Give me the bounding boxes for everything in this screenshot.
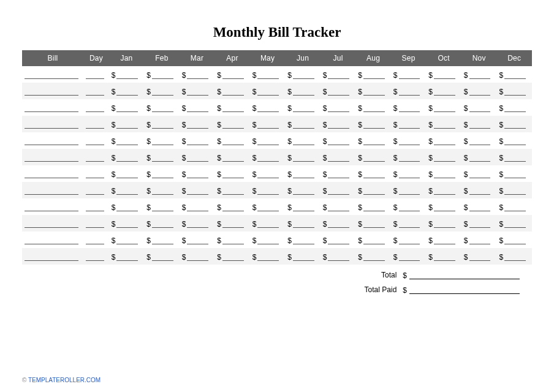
header-day: Day xyxy=(83,50,109,66)
currency-icon: $ xyxy=(428,254,434,261)
currency-icon: $ xyxy=(358,154,363,162)
table-row: $$$$$$$$$$$$ xyxy=(22,116,532,132)
currency-icon: $ xyxy=(112,138,117,145)
currency-icon: $ xyxy=(393,138,399,145)
currency-icon: $ xyxy=(499,171,504,178)
month-cell: $ xyxy=(355,165,391,182)
currency-icon: $ xyxy=(323,72,328,79)
currency-icon: $ xyxy=(464,237,469,244)
month-cell: $ xyxy=(109,182,145,198)
currency-icon: $ xyxy=(464,204,469,211)
currency-icon: $ xyxy=(287,72,293,79)
amount-blank xyxy=(469,88,491,96)
month-cell: $ xyxy=(214,99,250,116)
amount-blank xyxy=(222,88,244,96)
month-cell: $ xyxy=(109,165,145,182)
bill-cell xyxy=(22,248,83,265)
day-cell xyxy=(83,215,109,232)
day-blank xyxy=(86,121,104,129)
amount-blank xyxy=(187,104,208,112)
month-cell: $ xyxy=(285,149,321,165)
amount-blank xyxy=(434,220,455,228)
amount-blank xyxy=(363,71,385,79)
month-cell: $ xyxy=(355,182,391,198)
amount-blank xyxy=(187,253,208,261)
table-row: $$$$$$$$$$$$ xyxy=(22,132,532,149)
amount-blank xyxy=(257,121,279,129)
month-cell: $ xyxy=(250,165,286,182)
month-cell: $ xyxy=(285,99,321,116)
bill-blank xyxy=(25,88,78,96)
currency-icon: $ xyxy=(393,121,399,129)
month-cell: $ xyxy=(250,66,286,83)
month-cell: $ xyxy=(391,149,427,165)
month-cell: $ xyxy=(180,182,215,198)
day-cell xyxy=(83,198,109,215)
currency-icon: $ xyxy=(287,105,293,112)
bill-cell xyxy=(22,132,83,149)
month-cell: $ xyxy=(426,149,461,165)
currency-icon: $ xyxy=(252,72,258,79)
currency-icon: $ xyxy=(393,105,399,112)
amount-blank xyxy=(434,88,455,96)
month-cell: $ xyxy=(214,215,250,232)
currency-icon: $ xyxy=(182,105,188,112)
amount-blank xyxy=(257,71,279,79)
amount-blank xyxy=(363,121,385,129)
day-cell xyxy=(83,248,109,265)
currency-icon: $ xyxy=(217,187,222,195)
currency-icon: $ xyxy=(287,204,293,211)
table-row: $$$$$$$$$$$$ xyxy=(22,83,532,99)
month-cell: $ xyxy=(109,83,145,99)
amount-blank xyxy=(469,137,491,145)
currency-icon: $ xyxy=(428,121,434,129)
month-cell: $ xyxy=(214,165,250,182)
month-cell: $ xyxy=(214,182,250,198)
day-blank xyxy=(86,236,104,244)
currency-icon: $ xyxy=(323,221,328,228)
currency-icon: $ xyxy=(323,88,328,96)
amount-blank xyxy=(222,71,244,79)
month-cell: $ xyxy=(321,99,356,116)
month-cell: $ xyxy=(250,99,286,116)
month-cell: $ xyxy=(321,83,356,99)
month-cell: $ xyxy=(144,232,180,248)
currency-icon: $ xyxy=(428,154,434,162)
bill-blank xyxy=(25,203,78,211)
currency-icon: $ xyxy=(252,254,258,261)
bill-blank xyxy=(25,236,78,244)
month-cell: $ xyxy=(496,248,532,265)
amount-blank xyxy=(328,71,349,79)
amount-blank xyxy=(469,220,491,228)
currency-icon: $ xyxy=(217,154,222,162)
month-cell: $ xyxy=(391,182,427,198)
currency-icon: $ xyxy=(217,138,222,145)
amount-blank xyxy=(399,154,420,162)
amount-blank xyxy=(116,253,138,261)
month-cell: $ xyxy=(250,182,286,198)
month-cell: $ xyxy=(496,198,532,215)
month-cell: $ xyxy=(214,116,250,132)
currency-icon: $ xyxy=(252,121,258,129)
month-cell: $ xyxy=(285,232,321,248)
amount-blank xyxy=(293,121,314,129)
amount-blank xyxy=(434,187,455,195)
month-cell: $ xyxy=(144,182,180,198)
currency-icon: $ xyxy=(287,171,293,178)
month-cell: $ xyxy=(180,198,215,215)
month-cell: $ xyxy=(285,248,321,265)
month-cell: $ xyxy=(355,116,391,132)
month-cell: $ xyxy=(355,232,391,248)
month-cell: $ xyxy=(426,165,461,182)
currency-icon: $ xyxy=(393,187,399,195)
month-cell: $ xyxy=(355,215,391,232)
day-blank xyxy=(86,71,104,79)
amount-blank xyxy=(328,187,349,195)
currency-icon: $ xyxy=(252,237,258,244)
currency-icon: $ xyxy=(287,121,293,129)
currency-icon: $ xyxy=(112,254,117,261)
currency-icon: $ xyxy=(182,187,188,195)
currency-icon: $ xyxy=(217,221,222,228)
month-cell: $ xyxy=(109,248,145,265)
currency-icon: $ xyxy=(393,221,399,228)
